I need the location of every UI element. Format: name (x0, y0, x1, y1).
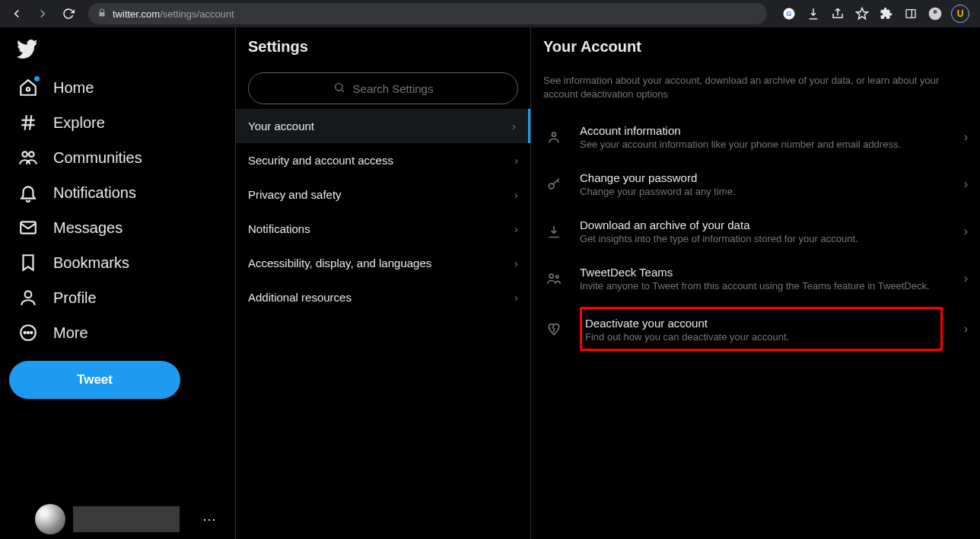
heartbreak-icon (543, 321, 565, 336)
nav-notifications[interactable]: Notifications (9, 175, 145, 210)
svg-point-19 (335, 83, 342, 90)
account-switcher[interactable]: ⋯ (35, 504, 216, 534)
svg-point-5 (934, 10, 937, 14)
svg-text:G: G (786, 10, 791, 18)
google-icon[interactable]: G (781, 5, 797, 22)
extensions-icon[interactable] (878, 5, 895, 22)
settings-item-label: Accessibility, display, and languages (248, 257, 431, 270)
primary-nav: Home Explore Communities Notifications M… (0, 27, 236, 539)
settings-column: Settings Search Settings Your account › … (236, 27, 531, 539)
settings-title: Settings (236, 27, 530, 66)
hash-icon (18, 113, 38, 132)
more-icon (18, 323, 38, 343)
option-title: Change your password (580, 171, 949, 184)
nav-label: Profile (53, 289, 97, 307)
teams-icon (543, 271, 565, 286)
panel-icon[interactable] (902, 5, 919, 22)
option-account-information[interactable]: Account information See your account inf… (531, 113, 980, 161)
svg-point-11 (22, 151, 27, 157)
settings-search[interactable]: Search Settings (248, 72, 518, 104)
bell-icon (18, 183, 38, 203)
nav-more[interactable]: More (9, 315, 97, 350)
extension-icons: G U (776, 5, 974, 23)
settings-item-accessibility[interactable]: Accessibility, display, and languages › (236, 246, 530, 280)
settings-item-label: Privacy and safety (248, 188, 342, 201)
option-change-password[interactable]: Change your password Change your passwor… (531, 161, 980, 208)
profile-extension-icon[interactable] (927, 5, 943, 22)
address-bar[interactable]: twitter.com/settings/account (88, 3, 767, 24)
reload-button[interactable] (58, 3, 79, 24)
browser-toolbar: twitter.com/settings/account G U (0, 0, 980, 27)
nav-profile[interactable]: Profile (9, 280, 106, 315)
svg-point-24 (556, 276, 558, 278)
nav-bookmarks[interactable]: Bookmarks (9, 245, 138, 280)
settings-item-security[interactable]: Security and account access › (236, 143, 530, 177)
nav-label: Communities (53, 149, 142, 167)
svg-point-17 (27, 332, 29, 333)
option-sub: Get insights into the type of informatio… (580, 233, 949, 244)
search-placeholder: Search Settings (353, 82, 434, 95)
person-icon (18, 288, 38, 308)
nav-label: Messages (53, 219, 123, 237)
tweet-button[interactable]: Tweet (9, 361, 180, 399)
nav-label: More (53, 324, 88, 342)
chevron-right-icon: › (514, 291, 518, 304)
notification-dot (34, 76, 40, 81)
svg-point-23 (549, 275, 553, 279)
settings-item-your-account[interactable]: Your account › (236, 109, 530, 143)
back-button[interactable] (6, 3, 27, 24)
highlight-annotation: Deactivate your account Find out how you… (580, 307, 943, 351)
svg-point-22 (549, 184, 554, 190)
browser-avatar[interactable]: U (951, 5, 969, 23)
svg-rect-2 (906, 10, 915, 18)
option-sub: See your account information like your p… (580, 139, 949, 150)
option-tweetdeck-teams[interactable]: TweetDeck Teams Invite anyone to Tweet f… (531, 255, 980, 302)
settings-item-label: Security and account access (248, 154, 393, 167)
chevron-right-icon: › (514, 188, 518, 201)
forward-button[interactable] (32, 3, 53, 24)
download-icon[interactable] (805, 5, 822, 22)
nav-communities[interactable]: Communities (9, 140, 151, 175)
option-title: Download an archive of your data (580, 218, 949, 231)
key-icon (543, 177, 565, 192)
svg-point-6 (27, 88, 30, 91)
settings-item-label: Additional resources (248, 291, 352, 304)
detail-description: See information about your account, down… (531, 66, 957, 113)
option-title: Deactivate your account (585, 317, 930, 330)
home-icon (18, 78, 38, 97)
svg-point-16 (24, 332, 26, 333)
chevron-right-icon: › (514, 257, 518, 270)
communities-icon (18, 148, 38, 167)
nav-explore[interactable]: Explore (9, 105, 114, 140)
nav-home[interactable]: Home (9, 70, 103, 105)
svg-point-21 (552, 133, 556, 137)
option-deactivate-account[interactable]: Deactivate your account Find out how you… (531, 302, 980, 356)
settings-item-label: Notifications (248, 222, 310, 235)
chevron-right-icon: › (514, 154, 518, 167)
option-download-archive[interactable]: Download an archive of your data Get ins… (531, 208, 980, 255)
tweet-label: Tweet (77, 372, 113, 388)
url-path: /settings/account (160, 8, 234, 20)
settings-item-notifications[interactable]: Notifications › (236, 212, 530, 246)
nav-messages[interactable]: Messages (9, 210, 132, 245)
url-host: twitter.com (113, 8, 160, 20)
share-icon[interactable] (829, 5, 846, 22)
settings-item-privacy[interactable]: Privacy and safety › (236, 177, 530, 212)
chevron-right-icon: › (964, 130, 968, 144)
svg-point-18 (30, 332, 32, 333)
star-icon[interactable] (854, 5, 870, 22)
nav-label: Notifications (53, 184, 136, 202)
svg-line-9 (25, 115, 27, 130)
option-sub: Change your password at any time. (580, 186, 949, 197)
more-dots-icon: ⋯ (202, 511, 216, 528)
option-sub: Find out how you can deactivate your acc… (585, 331, 930, 343)
mail-icon (18, 218, 38, 238)
download-icon (543, 224, 565, 239)
avatar (35, 504, 65, 534)
chevron-right-icon: › (964, 225, 968, 238)
nav-label: Bookmarks (53, 254, 129, 272)
settings-item-additional[interactable]: Additional resources › (236, 280, 530, 314)
chevron-right-icon: › (964, 177, 968, 191)
twitter-logo[interactable] (9, 33, 235, 70)
option-sub: Invite anyone to Tweet from this account… (580, 280, 949, 292)
